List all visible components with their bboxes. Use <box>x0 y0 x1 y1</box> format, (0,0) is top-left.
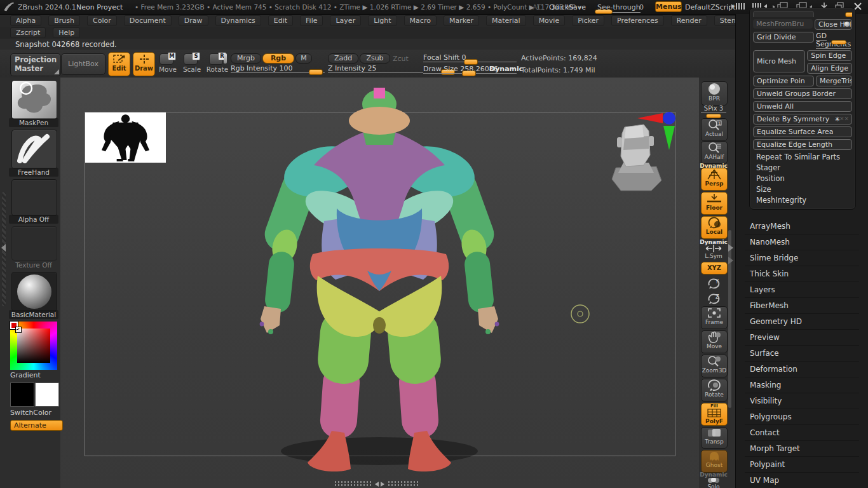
spix-handle[interactable] <box>706 114 721 118</box>
brush-thumbnail-maskpen[interactable] <box>11 80 57 119</box>
z-intensity-track[interactable] <box>328 72 423 73</box>
menu-item-brush[interactable]: Brush <box>48 15 80 26</box>
rotate-canvas-button[interactable]: Rotate <box>701 379 728 402</box>
move-button[interactable]: M Move <box>158 52 178 76</box>
stager-section[interactable]: Stager <box>753 163 852 173</box>
bpr-button[interactable]: BPR <box>701 81 728 105</box>
camview-widget[interactable] <box>607 109 678 193</box>
menu-item-render[interactable]: Render <box>671 15 707 26</box>
equalize-edge-length-button[interactable]: Equalize Edge Length <box>753 139 852 150</box>
sculpt-model[interactable] <box>249 88 510 477</box>
unweld-groups-border-button[interactable]: Unweld Groups Border <box>753 88 852 99</box>
draw-size-handle[interactable] <box>462 71 476 76</box>
material-thumbnail-basicmaterial[interactable] <box>11 272 57 311</box>
section-morph-target[interactable]: Morph Target <box>745 441 859 457</box>
stroke-thumbnail-freehand[interactable] <box>11 130 57 169</box>
gd-segments-slider[interactable]: GD Segments <box>816 32 852 48</box>
default-zscript-button[interactable]: DefaultZScript <box>685 3 736 11</box>
edit-button[interactable]: Edit <box>108 52 130 76</box>
polyf-button[interactable]: Fill PolyF <box>701 403 728 426</box>
equalize-surface-area-button[interactable]: Equalize Surface Area <box>753 126 852 137</box>
zadd-button[interactable]: Zadd <box>328 53 358 64</box>
grid-divide-button[interactable]: Grid Divide <box>753 32 814 43</box>
mergetris-button[interactable]: MergeTris <box>816 76 852 86</box>
close-holes-button[interactable]: Close Holes <box>815 19 852 30</box>
menu-item-help[interactable]: Help <box>53 27 80 38</box>
alternate-button[interactable]: Alternate <box>10 420 63 431</box>
draw-button[interactable]: Draw <box>133 52 155 76</box>
draw-size-dynamic-toggle[interactable]: Dynamic <box>489 65 523 73</box>
rgb-button[interactable]: Rgb <box>262 53 294 64</box>
rotate-z-icon[interactable]: Z <box>705 291 722 305</box>
repeat-to-similar-parts-button[interactable]: Repeat To Similar Parts <box>753 152 852 163</box>
floor-button[interactable]: Floor <box>701 192 728 215</box>
sv-selector[interactable] <box>16 327 21 332</box>
gd-segments-handle[interactable] <box>831 40 846 44</box>
menu-item-picker[interactable]: Picker <box>572 15 604 26</box>
section-contact[interactable]: Contact <box>745 425 859 441</box>
menu-item-marker[interactable]: Marker <box>444 15 479 26</box>
frame-button[interactable]: Frame <box>701 306 728 329</box>
section-preview[interactable]: Preview <box>745 330 859 346</box>
spix-slider[interactable]: SPix 3 <box>701 105 726 113</box>
tray-collapse-left-icon[interactable] <box>731 2 747 11</box>
delete-by-symmetry-button[interactable]: Delete By Symmetry ✳ ✕✕ <box>753 114 852 125</box>
color-picker-gradient[interactable] <box>10 322 57 370</box>
color-picker-sv-square[interactable] <box>17 329 50 363</box>
lsym-button[interactable]: L.Sym <box>701 245 726 261</box>
scale-button[interactable]: S Scale <box>182 52 202 76</box>
section-slime-bridge[interactable]: Slime Bridge <box>745 250 859 266</box>
focal-shift-slider[interactable]: Focal Shift 0 <box>423 53 466 62</box>
section-arraymesh[interactable]: ArrayMesh <box>745 219 859 234</box>
optimize-points-button[interactable]: Optimize Poin <box>753 76 814 86</box>
move-canvas-button[interactable]: Move <box>701 330 728 353</box>
rotate-y-icon[interactable]: Y <box>705 276 722 290</box>
main-color-swatch[interactable] <box>10 383 34 407</box>
menu-item-dynamics[interactable]: Dynamics <box>215 15 261 26</box>
local-button[interactable]: Local <box>701 216 728 239</box>
canvas-scroll-left[interactable] <box>335 481 372 483</box>
menu-item-movie[interactable]: Movie <box>533 15 566 26</box>
menus-button[interactable]: Menus <box>655 1 682 12</box>
section-surface[interactable]: Surface <box>745 346 859 362</box>
alpha-thumbnail[interactable] <box>11 179 57 216</box>
position-section[interactable]: Position <box>753 173 852 184</box>
meshfrombrush-button[interactable]: MeshFromBru <box>753 19 813 29</box>
menu-item-document[interactable]: Document <box>124 15 172 26</box>
section-thick-skin[interactable]: Thick Skin <box>745 266 859 282</box>
align-edge-button[interactable]: Align Edge <box>807 63 852 74</box>
transp-button[interactable]: Transp <box>701 427 728 449</box>
section-nanomesh[interactable]: NanoMesh <box>745 234 859 250</box>
menu-item-material[interactable]: Material <box>486 15 526 26</box>
canvas-scroll-arrow-left-icon[interactable] <box>375 482 379 487</box>
persp-button[interactable]: Persp <box>701 168 728 191</box>
delete-by-symmetry-axis-toggles[interactable]: ✕✕ <box>839 114 849 124</box>
aahalf-button[interactable]: AAHalf <box>701 141 728 164</box>
close-holes-modifier-icon[interactable] <box>844 22 850 27</box>
menu-item-edit[interactable]: Edit <box>268 15 293 26</box>
section-polygroups[interactable]: Polygroups <box>745 409 859 425</box>
size-section[interactable]: Size <box>753 184 852 195</box>
section-geometry-hd[interactable]: Geometry HD <box>745 314 859 330</box>
mrgb-button[interactable]: Mrgb <box>231 53 261 64</box>
quicksave-button[interactable]: QuickSave <box>549 3 586 11</box>
lightbox-button[interactable]: LightBox <box>61 53 105 75</box>
spin-edge-button[interactable]: Spin Edge <box>807 50 852 61</box>
shelf-divider-handle[interactable] <box>224 53 227 64</box>
ghost-button[interactable]: Ghost <box>701 450 728 473</box>
draw-size-slider[interactable]: Draw Size 258.26086 <box>423 65 498 73</box>
m-button[interactable]: M <box>295 53 312 64</box>
right-tray-collapse-icon-2[interactable] <box>728 257 733 264</box>
see-through-slider-handle[interactable] <box>595 10 613 14</box>
menu-item-light[interactable]: Light <box>368 15 397 26</box>
menu-item-macro[interactable]: Macro <box>404 15 437 26</box>
section-layers[interactable]: Layers <box>745 282 859 298</box>
texture-thumbnail[interactable] <box>11 226 57 261</box>
section-fibermesh[interactable]: FiberMesh <box>745 298 859 314</box>
rgb-intensity-slider[interactable]: Rgb Intensity 100 <box>231 64 292 72</box>
zsub-button[interactable]: Zsub <box>360 53 390 64</box>
z-intensity-slider[interactable]: Z Intensity 25 <box>328 64 376 72</box>
section-masking[interactable]: Masking <box>745 377 859 393</box>
focal-shift-handle[interactable] <box>464 59 478 65</box>
canvas-scroll-widget[interactable] <box>335 480 424 487</box>
